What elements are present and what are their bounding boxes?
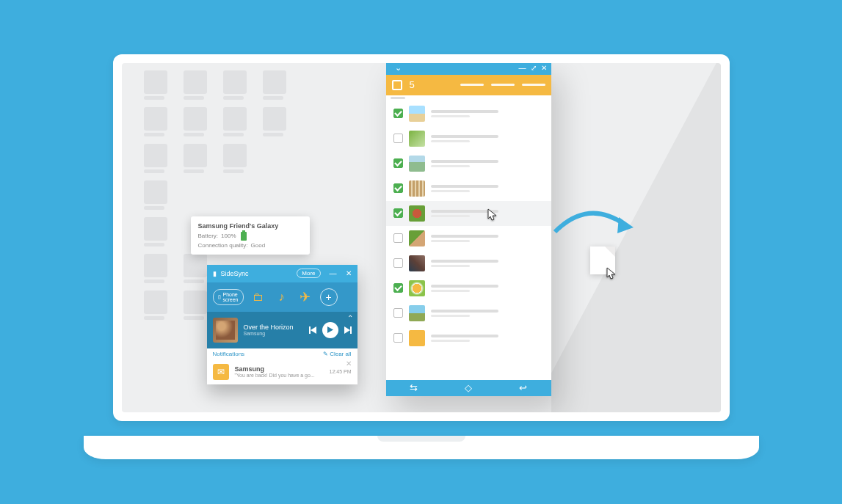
file-row[interactable]	[386, 201, 551, 226]
battery-icon	[241, 232, 247, 241]
selection-count: 5	[410, 79, 415, 90]
desktop-file-icon[interactable]	[184, 254, 210, 283]
desktop-file-icon[interactable]	[223, 107, 250, 136]
notif-time: 12:45 PM	[330, 369, 352, 374]
desktop-file-icon[interactable]	[144, 180, 170, 210]
send-button[interactable]: ✈	[297, 288, 314, 306]
device-tooltip: Samsung Friend's Galaxy Battery: 100% Co…	[191, 216, 310, 255]
add-button[interactable]: +	[320, 288, 338, 306]
notification-item[interactable]: ✉ Samsung "You are back! Did you have a …	[207, 359, 358, 384]
action-placeholder[interactable]	[460, 84, 484, 86]
notifications-label: Notifications	[213, 351, 245, 357]
select-all-icon[interactable]	[392, 80, 402, 90]
desktop-file-icon[interactable]	[144, 70, 170, 100]
pencil-icon: ✎	[323, 351, 328, 357]
battery-label: Battery:	[198, 233, 219, 239]
checkbox[interactable]	[393, 283, 403, 293]
checkbox[interactable]	[393, 308, 403, 318]
more-button[interactable]: More	[297, 269, 320, 278]
next-track-icon[interactable]	[344, 326, 352, 334]
track-artist: Samsung	[244, 331, 303, 336]
file-row[interactable]	[386, 151, 551, 176]
desktop-file-icon[interactable]	[223, 144, 250, 173]
file-thumbnail	[409, 305, 425, 321]
file-thumbnail	[409, 131, 425, 147]
desktop-file-icon[interactable]	[263, 107, 289, 136]
file-row[interactable]	[386, 301, 551, 326]
filewin-titlebar[interactable]: ⌄ — ⤢ ✕	[386, 63, 551, 75]
chevron-down-icon[interactable]: ⌄	[395, 63, 402, 73]
close-icon[interactable]: ✕	[541, 64, 547, 72]
desktop-file-icon[interactable]	[263, 70, 289, 100]
checkbox[interactable]	[393, 258, 403, 268]
file-meta	[431, 135, 544, 142]
file-thumbnail	[409, 230, 425, 246]
file-meta	[431, 285, 544, 292]
file-row[interactable]	[386, 226, 551, 251]
back-icon[interactable]: ↩	[519, 382, 527, 393]
play-button[interactable]	[322, 322, 338, 338]
battery-value: 100%	[221, 233, 236, 239]
file-row[interactable]	[386, 126, 551, 151]
file-meta	[431, 335, 544, 342]
file-list[interactable]	[386, 101, 551, 380]
folder-button[interactable]: 🗀	[250, 288, 267, 306]
desktop-file-icon[interactable]	[144, 107, 170, 136]
checkbox[interactable]	[393, 158, 403, 168]
checkbox[interactable]	[393, 208, 403, 218]
file-thumbnail	[409, 180, 425, 197]
action-placeholder[interactable]	[522, 84, 545, 86]
checkbox[interactable]	[393, 183, 403, 193]
phone-screen-button[interactable]: ▯ Phone screen	[213, 289, 244, 305]
checkbox[interactable]	[393, 333, 403, 343]
action-placeholder[interactable]	[491, 84, 515, 86]
file-thumbnail	[409, 156, 425, 172]
file-thumbnail	[409, 255, 425, 271]
desktop-file-icon[interactable]	[184, 107, 210, 136]
music-player: ⌃ Over the Horizon Samsung	[207, 312, 358, 348]
desktop-file-icon[interactable]	[144, 254, 170, 283]
file-row[interactable]	[386, 101, 551, 126]
dashboard-titlebar[interactable]: ▮ SideSync More — ✕	[207, 265, 358, 282]
desktop-file-icon[interactable]	[144, 291, 170, 320]
phone-status-icon: ▮	[213, 270, 217, 277]
file-meta	[431, 185, 544, 192]
desktop-area[interactable]: Samsung Friend's Galaxy Battery: 100% Co…	[122, 63, 721, 412]
desktop-file-icon[interactable]	[144, 217, 170, 246]
file-row[interactable]	[386, 176, 551, 201]
checkbox[interactable]	[393, 134, 403, 143]
desktop-file-icon[interactable]	[184, 70, 210, 100]
home-icon[interactable]: ◇	[465, 382, 472, 393]
prev-track-icon[interactable]	[309, 326, 316, 334]
notifications-header: Notifications ✎ Clear all	[207, 348, 358, 359]
desktop-file-icon[interactable]	[144, 144, 170, 173]
track-title: Over the Horizon	[244, 324, 303, 331]
minimize-icon[interactable]: —	[330, 269, 337, 277]
file-thumbnail	[409, 280, 425, 296]
file-thumbnail	[409, 205, 425, 222]
file-row[interactable]	[386, 326, 551, 351]
connection-label: Connection quality:	[198, 242, 248, 249]
expand-icon[interactable]: ⤢	[531, 64, 537, 72]
desktop-file-icon[interactable]	[184, 144, 210, 173]
clear-all-button[interactable]: ✎ Clear all	[323, 351, 352, 357]
desktop-file-icon[interactable]	[223, 70, 250, 100]
minimize-icon[interactable]: —	[519, 64, 526, 72]
checkbox[interactable]	[393, 233, 403, 243]
collapse-icon[interactable]: ⌃	[347, 314, 353, 322]
app-title: SideSync	[221, 270, 293, 277]
album-art	[213, 318, 238, 343]
file-meta	[431, 235, 544, 242]
close-icon[interactable]: ✕	[346, 269, 352, 277]
file-meta	[431, 310, 544, 317]
file-meta	[431, 260, 544, 267]
file-thumbnail	[409, 106, 425, 122]
recent-apps-icon[interactable]: ⇆	[410, 382, 418, 393]
file-row[interactable]	[386, 276, 551, 301]
music-button[interactable]: ♪	[273, 288, 291, 306]
desktop-file-icon[interactable]	[184, 291, 210, 320]
notif-sender: Samsung	[235, 365, 324, 373]
file-row[interactable]	[386, 251, 551, 276]
dismiss-notif-icon[interactable]: ✕	[346, 359, 352, 368]
checkbox[interactable]	[393, 109, 403, 118]
